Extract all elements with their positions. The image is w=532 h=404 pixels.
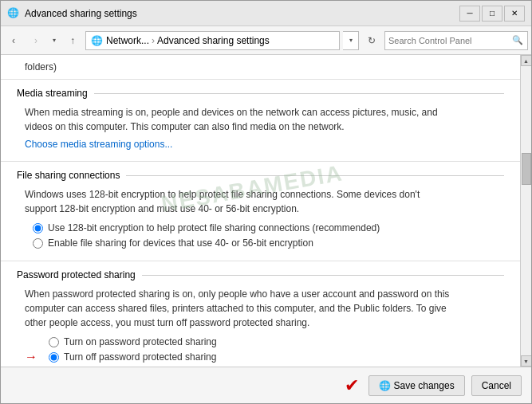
forward-button[interactable]: › (26, 31, 45, 50)
scroll-up-arrow[interactable]: ▲ (521, 55, 532, 66)
save-changes-button[interactable]: 🌐 Save changes (368, 375, 465, 396)
search-button[interactable]: 🔍 (511, 34, 524, 47)
media-streaming-header: Media streaming (17, 88, 504, 99)
save-icon: 🌐 (379, 380, 391, 391)
password-sharing-desc: When password protected sharing is on, o… (17, 287, 504, 330)
path-network: Network... (106, 35, 149, 46)
window-icon: 🌐 (7, 7, 20, 20)
media-streaming-section: Media streaming When media streaming is … (1, 80, 520, 162)
file-sharing-radio2-text: Enable file sharing for devices that use… (48, 237, 313, 249)
file-sharing-section: File sharing connections Windows uses 12… (1, 162, 520, 261)
password-sharing-radio2[interactable] (49, 352, 59, 363)
title-bar: 🌐 Advanced sharing settings ─ □ ✕ (1, 1, 531, 26)
address-bar: ‹ › ▾ ↑ 🌐 Network... › Advanced sharing … (1, 26, 531, 55)
password-sharing-header: Password protected sharing (17, 269, 504, 280)
section-divider (94, 93, 504, 94)
back-button[interactable]: ‹ (4, 31, 23, 50)
refresh-button[interactable]: ↻ (362, 31, 381, 50)
password-sharing-radio-group: Turn on password protected sharing → Tur… (17, 336, 504, 363)
media-streaming-link[interactable]: Choose media streaming options... (17, 139, 172, 150)
password-sharing-radio1-text: Turn on password protected sharing (64, 336, 217, 347)
close-button[interactable]: ✕ (504, 6, 525, 22)
scroll-track[interactable] (521, 66, 532, 355)
path-current: Advanced sharing settings (157, 35, 270, 46)
password-sharing-section: Password protected sharing When password… (1, 261, 520, 367)
file-sharing-radio1[interactable] (33, 223, 43, 233)
password-sharing-divider (142, 275, 504, 276)
media-streaming-title: Media streaming (17, 88, 88, 99)
main-window: NESABAMEDIA 🌐 Advanced sharing settings … (0, 0, 532, 404)
window-controls: ─ □ ✕ (459, 6, 525, 22)
password-sharing-radio2-text: Turn off password protected sharing (64, 351, 216, 363)
scroll-down-arrow[interactable]: ▼ (521, 355, 532, 367)
arrow-indicator: → (25, 350, 37, 364)
file-sharing-radio2[interactable] (33, 238, 43, 249)
maximize-button[interactable]: □ (482, 6, 502, 22)
cancel-button[interactable]: Cancel (471, 375, 522, 396)
password-sharing-radio1-label[interactable]: Turn on password protected sharing (49, 336, 504, 347)
window-title: Advanced sharing settings (25, 8, 459, 19)
password-sharing-title: Password protected sharing (17, 269, 136, 280)
main-content: folders) Media streaming When media stre… (1, 55, 520, 367)
path-icon: 🌐 (91, 35, 103, 46)
path-separator: › (152, 35, 155, 46)
up-button[interactable]: ↑ (63, 31, 82, 50)
address-dropdown[interactable]: ▾ (343, 31, 359, 50)
file-sharing-radio1-label[interactable]: Use 128-bit encryption to help protect f… (33, 222, 504, 233)
file-sharing-title: File sharing connections (17, 170, 120, 181)
password-sharing-radio2-label[interactable]: → Turn off password protected sharing (49, 351, 504, 363)
address-path[interactable]: 🌐 Network... › Advanced sharing settings (85, 31, 340, 50)
file-sharing-radio-group: Use 128-bit encryption to help protect f… (17, 222, 504, 249)
search-box: 🔍 (384, 31, 528, 50)
minimize-button[interactable]: ─ (459, 6, 480, 22)
checkmark-icon: ✔ (345, 375, 359, 396)
history-dropdown[interactable]: ▾ (49, 31, 60, 50)
file-sharing-header: File sharing connections (17, 170, 504, 181)
media-streaming-desc: When media streaming is on, people and d… (17, 105, 504, 134)
save-label: Save changes (394, 380, 455, 391)
footer-bar: ✔ 🌐 Save changes Cancel (1, 367, 531, 403)
scrollbar: ▲ ▼ (520, 55, 531, 367)
file-sharing-radio2-label[interactable]: Enable file sharing for devices that use… (33, 237, 504, 249)
top-note: folders) (1, 55, 520, 80)
search-input[interactable] (388, 36, 511, 45)
password-sharing-radio1[interactable] (49, 337, 59, 347)
file-sharing-desc: Windows uses 128-bit encryption to help … (17, 187, 504, 216)
content-area: folders) Media streaming When media stre… (1, 55, 531, 367)
scroll-thumb[interactable] (522, 153, 531, 185)
file-sharing-radio1-text: Use 128-bit encryption to help protect f… (48, 222, 380, 233)
file-sharing-divider (126, 175, 504, 176)
